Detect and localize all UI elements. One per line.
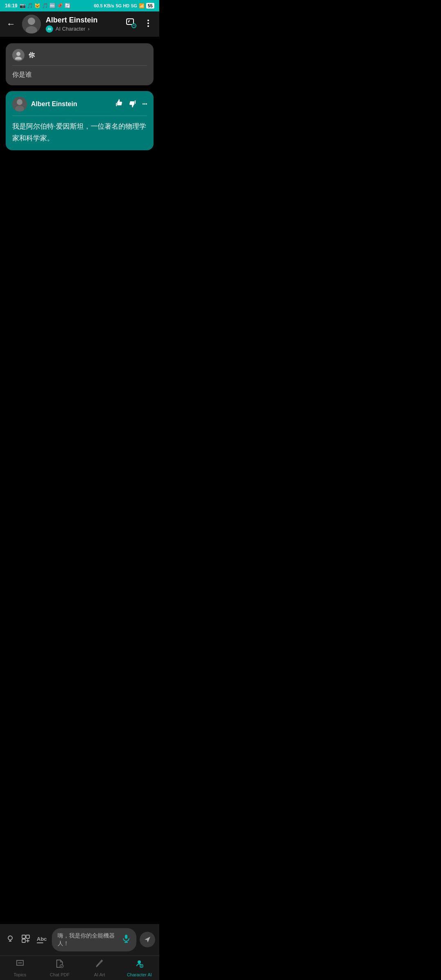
signal-5g-hd: 5G HD bbox=[116, 3, 129, 8]
status-right: 60.5 KB/s 5G HD 5G 📶 55 bbox=[94, 3, 154, 9]
status-bar: 16:19 📷 🎵 🐱 🎵 🔤 📌 🔄 60.5 KB/s 5G HD 5G 📶… bbox=[0, 0, 159, 11]
wifi-icon: 📶 bbox=[139, 3, 145, 9]
user-message-bubble: 你 你是谁 bbox=[6, 43, 154, 85]
character-type-label: AI Character bbox=[56, 26, 85, 32]
ai-more-options-button[interactable]: ··· bbox=[142, 100, 147, 109]
svg-point-13 bbox=[15, 57, 22, 60]
status-left: 16:19 📷 🎵 🐱 🎵 🔤 📌 🔄 bbox=[5, 3, 71, 9]
ai-badge: AI bbox=[46, 25, 53, 33]
chevron-right-icon: › bbox=[88, 26, 89, 32]
svg-point-1 bbox=[28, 18, 35, 25]
header-actions bbox=[124, 16, 154, 32]
svg-point-15 bbox=[17, 99, 22, 105]
ai-message-text: 我是阿尔伯特·爱因斯坦，一位著名的物理学家和科学家。 bbox=[12, 121, 147, 145]
schedule-button[interactable] bbox=[124, 16, 138, 32]
svg-point-10 bbox=[147, 22, 149, 24]
status-time: 16:19 bbox=[5, 3, 18, 9]
ai-bubble-header: Albert Einstein ··· bbox=[12, 97, 147, 116]
dislike-button[interactable] bbox=[128, 99, 137, 110]
svg-point-9 bbox=[147, 20, 149, 21]
svg-point-12 bbox=[16, 52, 20, 56]
back-button[interactable]: ← bbox=[5, 17, 17, 31]
ai-character-avatar bbox=[12, 97, 27, 111]
more-options-button[interactable] bbox=[142, 17, 154, 31]
header-subtitle[interactable]: AI AI Character › bbox=[46, 25, 119, 33]
contact-name: Albert Einstein bbox=[46, 16, 119, 24]
user-name-label: 你 bbox=[29, 51, 35, 59]
header-info: Albert Einstein AI AI Character › bbox=[46, 16, 119, 33]
svg-point-11 bbox=[147, 25, 149, 27]
chat-header: ← Albert Einstein AI AI Character › bbox=[0, 11, 159, 37]
ai-message-actions: ··· bbox=[114, 99, 147, 110]
user-message-text: 你是谁 bbox=[12, 70, 147, 80]
ai-message-bubble: Albert Einstein ··· 我是阿尔伯特·爱因斯坦，一位著名的物理学… bbox=[6, 91, 154, 150]
ai-character-name: Albert Einstein bbox=[31, 100, 114, 108]
user-bubble-header: 你 bbox=[12, 49, 147, 66]
signal-5g: 5G bbox=[131, 3, 137, 8]
user-avatar bbox=[12, 49, 24, 61]
contact-avatar bbox=[22, 15, 41, 33]
network-speed: 60.5 KB/s bbox=[94, 3, 114, 8]
svg-rect-3 bbox=[127, 19, 134, 24]
like-button[interactable] bbox=[114, 99, 123, 110]
status-icons: 📷 🎵 🐱 🎵 🔤 📌 🔄 bbox=[20, 3, 71, 9]
battery-level: 55 bbox=[146, 3, 154, 9]
chat-area: 你 你是谁 Albert Einstein bbox=[0, 37, 159, 282]
